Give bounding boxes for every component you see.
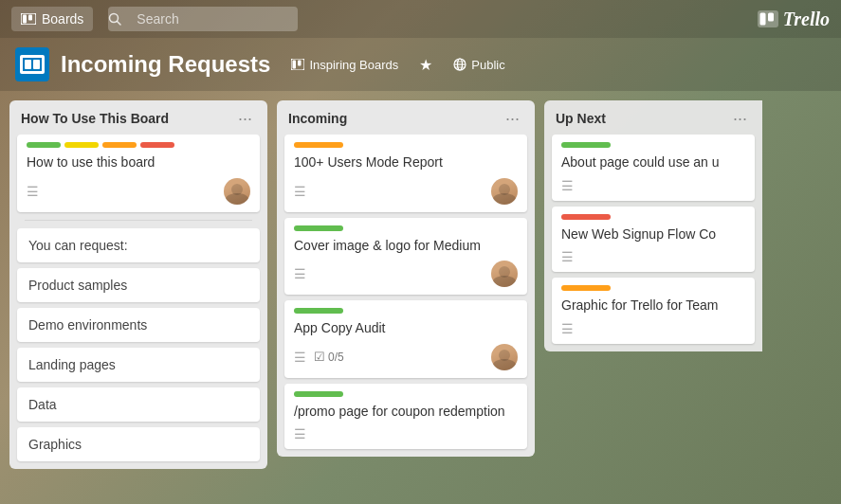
list-menu-button-1[interactable]: ··· (234, 110, 256, 127)
card-cover-image-medium[interactable]: Cover image & logo for Medium ☰ (284, 218, 527, 296)
card-footer-users: ☰ (294, 178, 518, 205)
desc-icon-promo: ☰ (294, 426, 306, 441)
trello-logo-icon (758, 10, 778, 27)
card-labels-promo (294, 391, 518, 397)
card-checklist-app: ☑ 0/5 (314, 350, 344, 364)
desc-icon-users: ☰ (294, 184, 306, 199)
board-title-bar: Incoming Requests Inspiring Boards ★ Pub… (0, 38, 841, 91)
boards-button[interactable]: Boards (11, 7, 93, 31)
label-green (27, 142, 61, 148)
card-product-samples[interactable]: Product samples (17, 268, 260, 302)
boards-label: Boards (42, 11, 83, 27)
avatar-cover (491, 261, 518, 287)
list-how-to-use: How To Use This Board ··· How to use thi… (9, 100, 267, 469)
label-orange (102, 142, 137, 148)
list-title-up-next: Up Next (556, 111, 606, 126)
search-input[interactable] (108, 7, 298, 31)
card-you-can-request[interactable]: You can request: (17, 228, 260, 262)
card-new-web-signup[interactable]: New Web Signup Flow Co ☰ (552, 207, 755, 273)
board-meta: Inspiring Boards ★ Public (285, 52, 510, 78)
card-footer-left-signup: ☰ (561, 249, 574, 264)
board-logo (15, 47, 49, 81)
card-labels-graphic (561, 285, 745, 291)
card-footer-promo: ☰ (294, 426, 518, 441)
boards-icon (21, 13, 36, 25)
card-title-promo: /promo page for coupon redemption (294, 403, 518, 422)
card-app-copy-audit[interactable]: App Copy Audit ☰ ☑ 0/5 (284, 300, 527, 378)
inspiring-boards-label: Inspiring Boards (309, 58, 398, 72)
board-logo-inner (20, 55, 45, 74)
inspiring-boards-button[interactable]: Inspiring Boards (285, 54, 404, 76)
svg-rect-7 (768, 13, 774, 22)
label-yellow (64, 142, 99, 148)
card-graphics[interactable]: Graphics (17, 427, 260, 461)
list-header-incoming: Incoming ··· (277, 100, 535, 135)
trello-logo-text: Trello (783, 9, 830, 30)
trello-logo: Trello (758, 9, 830, 30)
star-button[interactable]: ★ (413, 52, 438, 78)
card-footer-cover: ☰ (294, 261, 518, 287)
list-incoming: Incoming ··· 100+ Users Mode Report ☰ (277, 100, 535, 457)
list-title-incoming: Incoming (288, 111, 347, 126)
label-green-promo (294, 391, 343, 397)
list-header-how-to-use: How To Use This Board ··· (9, 100, 267, 135)
inspiring-boards-icon (291, 59, 304, 70)
checklist-icon-app: ☑ (314, 350, 325, 364)
card-footer-left-app: ☰ ☑ 0/5 (294, 350, 344, 365)
globe-icon (453, 58, 466, 71)
card-how-to-use-board[interactable]: How to use this board ☰ (17, 135, 260, 212)
top-navigation: Boards Trello (0, 0, 841, 38)
card-data[interactable]: Data (17, 387, 260, 422)
card-labels-about (561, 142, 745, 148)
logo-col-left (25, 60, 31, 69)
card-footer-left-cover: ☰ (294, 266, 306, 281)
desc-icon-signup: ☰ (561, 249, 574, 264)
label-red-signup (561, 214, 611, 220)
card-landing-pages[interactable]: Landing pages (17, 348, 260, 382)
list-menu-button-2[interactable]: ··· (502, 110, 523, 127)
svg-rect-10 (298, 61, 302, 66)
list-menu-button-3[interactable]: ··· (729, 110, 751, 127)
card-footer-app-copy: ☰ ☑ 0/5 (294, 344, 518, 370)
card-footer-about: ☰ (561, 178, 745, 193)
card-demo-environments[interactable]: Demo environments (17, 308, 260, 342)
svg-line-4 (118, 22, 121, 26)
public-button[interactable]: Public (448, 54, 510, 76)
card-title-signup: New Web Signup Flow Co (561, 225, 745, 244)
card-users-mode-report[interactable]: 100+ Users Mode Report ☰ (284, 135, 527, 212)
card-promo-page[interactable]: /promo page for coupon redemption ☰ (284, 384, 527, 450)
label-orange-wide (294, 142, 343, 148)
card-labels-cover (294, 225, 518, 231)
card-footer-graphic: ☰ (561, 321, 745, 336)
card-footer-left-promo: ☰ (294, 426, 306, 441)
desc-icon-about: ☰ (561, 178, 574, 193)
checklist-count-app: 0/5 (328, 351, 344, 364)
label-orange-graphic (561, 285, 611, 291)
card-footer-left-1: ☰ (27, 184, 39, 199)
card-labels-users (294, 142, 518, 148)
card-graphic-trello[interactable]: Graphic for Trello for Team ☰ (552, 278, 755, 344)
svg-rect-2 (28, 15, 32, 21)
card-labels (27, 142, 250, 148)
label-green-app (294, 308, 343, 314)
logo-col-right (33, 60, 40, 69)
lists-area: How To Use This Board ··· How to use thi… (0, 91, 841, 500)
card-footer-left-about: ☰ (561, 178, 574, 193)
avatar-users (491, 178, 518, 205)
desc-icon-cover: ☰ (294, 266, 306, 281)
card-labels-signup (561, 214, 745, 220)
card-footer-left-graphic: ☰ (561, 321, 574, 336)
label-green-cover (294, 225, 343, 231)
desc-icon-graphic: ☰ (561, 321, 574, 336)
avatar-1 (224, 178, 250, 205)
list-cards-how-to-use: How to use this board ☰ You can request:… (9, 135, 267, 469)
card-title-cover-image: Cover image & logo for Medium (294, 237, 518, 256)
card-footer-signup: ☰ (561, 249, 745, 264)
label-red (140, 142, 174, 148)
card-footer-1: ☰ (27, 178, 250, 205)
list-title-how-to-use: How To Use This Board (21, 111, 169, 126)
board-title: Incoming Requests (61, 51, 270, 78)
card-title-app-copy: App Copy Audit (294, 319, 518, 338)
card-about-page[interactable]: About page could use an u ☰ (552, 135, 755, 201)
list-up-next: Up Next ··· About page could use an u ☰ (544, 100, 762, 351)
